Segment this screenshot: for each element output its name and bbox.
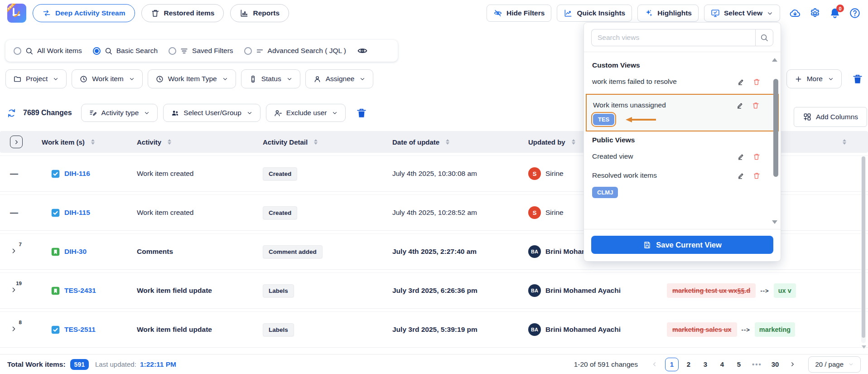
gear-icon[interactable] (809, 7, 821, 19)
page-size-select[interactable]: 20 / page (808, 356, 861, 373)
bell-icon[interactable]: 0 (829, 7, 841, 19)
user: BABrini Mohamed Ayachi (528, 284, 667, 297)
delete-trash-icon[interactable] (752, 102, 760, 109)
page-button-30[interactable]: 30 (768, 358, 782, 371)
person-minus-icon (274, 109, 282, 117)
refresh-icon[interactable] (6, 108, 17, 118)
search-mode-saved-filters[interactable]: Saved Filters (169, 47, 233, 55)
nav-reports[interactable]: Reports (230, 4, 289, 22)
filter-project[interactable]: Project (5, 69, 67, 88)
story-type-icon (51, 247, 60, 257)
work-item[interactable]: TES-2431 (42, 286, 137, 296)
work-item-key[interactable]: TES-2511 (64, 325, 96, 334)
help-icon[interactable] (849, 7, 861, 19)
view-item[interactable]: work items failed to resolve (592, 72, 772, 91)
dropdown-select-user-group[interactable]: Select User/Group (163, 104, 260, 122)
sort-arrows-icon[interactable] (168, 139, 171, 145)
work-item[interactable]: TES-2511 (42, 325, 137, 335)
page-button-1[interactable]: 1 (665, 358, 679, 371)
add-columns-button[interactable]: Add Columns (794, 107, 867, 127)
page-button-2[interactable]: 2 (682, 358, 695, 371)
work-item-key[interactable]: DIH-116 (64, 170, 90, 178)
delete-trash-icon[interactable] (753, 78, 761, 86)
work-item-key[interactable]: DIH-30 (64, 248, 87, 256)
work-item[interactable]: DIH-30 (42, 247, 137, 257)
sort-arrows-icon[interactable] (572, 139, 575, 145)
filter-label: Status (261, 75, 281, 83)
expand-row-control[interactable]: 19 (10, 286, 18, 294)
nav-deep-activity-stream[interactable]: Deep Activity Stream (33, 4, 135, 22)
radio-button[interactable] (14, 47, 21, 55)
edit-pencil-icon[interactable] (737, 153, 745, 160)
search-mode-basic-search[interactable]: Basic Search (93, 47, 158, 55)
radio-button[interactable] (169, 47, 176, 55)
filter-status[interactable]: Status (241, 69, 300, 88)
panel-scroll-down-arrow[interactable] (772, 220, 777, 224)
filter-work-item[interactable]: Work item (72, 69, 142, 88)
work-item[interactable]: DIH-115 (42, 208, 137, 218)
view-item[interactable]: Created view (592, 147, 772, 166)
action-quick-insights[interactable]: Quick Insights (557, 5, 632, 22)
action-hide-filters[interactable]: Hide Filters (487, 5, 551, 22)
add-columns-icon (803, 112, 812, 121)
swap-arrows-icon (42, 9, 51, 18)
project-tag: CLMJ (592, 187, 618, 198)
header-date-of-update: Date of update (392, 138, 528, 146)
delete-trash-icon[interactable] (753, 172, 761, 180)
panel-scroll-up-arrow[interactable] (772, 58, 777, 62)
view-search-input[interactable] (591, 29, 755, 46)
expand-row-control[interactable]: 7 (10, 247, 18, 255)
scrollbar-down-arrow[interactable] (862, 345, 866, 349)
page-button-4[interactable]: 4 (715, 358, 729, 371)
expand-all-button[interactable] (10, 136, 23, 148)
filter-assignee[interactable]: Assignee (305, 69, 374, 88)
collapse-row-control[interactable]: — (10, 208, 18, 217)
search-mode-all-work-items[interactable]: All Work items (14, 47, 82, 55)
panel-scrollbar-thumb[interactable] (773, 79, 778, 177)
more-filters-label: More (807, 75, 823, 83)
filter-work-item-type[interactable]: Work Item Type (148, 69, 236, 88)
action-highlights[interactable]: Highlights (637, 5, 699, 22)
chevron-down-icon (828, 76, 834, 82)
edit-pencil-icon[interactable] (737, 78, 745, 86)
edit-pencil-icon[interactable] (737, 172, 745, 180)
sort-arrows-icon[interactable] (446, 139, 449, 145)
sort-arrows-icon[interactable] (91, 139, 95, 145)
section-title: Public Views (592, 136, 772, 144)
collapse-row-control[interactable]: — (10, 169, 18, 178)
chevron-down-icon (246, 110, 253, 116)
work-item[interactable]: DIH-116 (42, 169, 137, 179)
table-row: 19TES-2431Work item field updateLabelsJu… (0, 273, 868, 308)
sort-arrows-icon[interactable] (843, 139, 846, 145)
page-button-3[interactable]: 3 (699, 358, 712, 371)
highlighted-view-item[interactable]: Work items unassignedTES (586, 94, 779, 131)
edit-pencil-icon[interactable] (736, 102, 744, 109)
cloud-download-icon[interactable] (789, 7, 801, 19)
work-item-key[interactable]: DIH-115 (64, 209, 90, 217)
dropdown-exclude-user[interactable]: Exclude user (266, 104, 346, 122)
dropdown-activity-type[interactable]: Activity type (81, 104, 158, 122)
view-item[interactable]: Resolved work items (592, 166, 772, 185)
view-item[interactable]: Work items unassigned (593, 97, 772, 112)
clear-filters-trash-icon[interactable] (852, 73, 863, 85)
work-item-key[interactable]: TES-2431 (64, 287, 96, 295)
more-filters-button[interactable]: More (786, 69, 842, 88)
next-page-button[interactable] (786, 358, 799, 371)
save-current-view-button[interactable]: Save Current View (591, 236, 773, 254)
delete-trash-icon[interactable] (753, 153, 761, 160)
header-activity-detail: Activity Detail (263, 138, 392, 146)
radio-button[interactable] (244, 47, 252, 55)
scrollbar-thumb[interactable] (862, 156, 865, 338)
table-vertical-scrollbar[interactable] (861, 156, 866, 343)
action-select-view[interactable]: Select View (704, 5, 780, 22)
prev-page-button[interactable] (648, 358, 661, 371)
eye-icon[interactable] (357, 45, 368, 56)
nav-restored-items[interactable]: Restored items (141, 4, 224, 22)
search-mode-advanced-search-jql-[interactable]: Advanced Search ( JQL ) (244, 47, 346, 55)
sort-arrows-icon[interactable] (314, 139, 318, 145)
view-search-button[interactable] (755, 29, 773, 46)
radio-button[interactable] (93, 47, 101, 55)
expand-row-control[interactable]: 8 (10, 325, 18, 333)
page-button-5[interactable]: 5 (732, 358, 746, 371)
clear-activity-trash-icon[interactable] (356, 107, 367, 119)
